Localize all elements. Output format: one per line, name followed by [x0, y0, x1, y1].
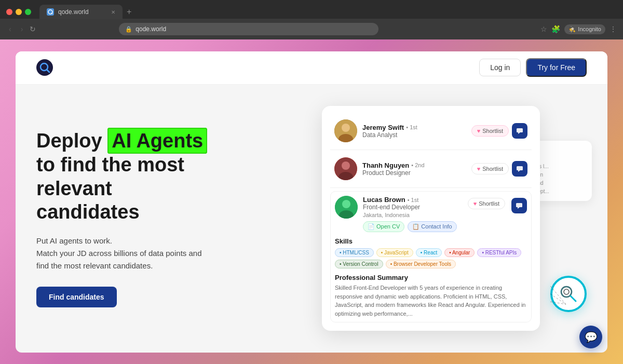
svg-line-23	[550, 286, 566, 304]
svg-marker-13	[518, 170, 520, 172]
browser-titlebar: qode.world ✕ +	[0, 0, 623, 19]
incognito-indicator: 🕵️ Incognito	[564, 24, 605, 34]
heart-icon-lucas: ♥	[473, 200, 477, 207]
tab-close-button[interactable]: ✕	[111, 9, 115, 15]
avatar-jeremy	[334, 119, 357, 142]
candidate-role-lucas: Front-end Developer	[363, 204, 468, 211]
skills-title: Skills	[335, 237, 527, 245]
hero-title-line3: candidates	[36, 201, 140, 223]
lucas-action-tags: 📄 Open CV 📋 Contact Info	[363, 221, 468, 232]
extensions-icon[interactable]: 🧩	[551, 25, 560, 33]
connection-lines	[550, 271, 597, 317]
hero-section: Deploy AI Agents to find the most releva…	[16, 85, 607, 353]
find-candidates-button[interactable]: Find candidates	[36, 287, 117, 307]
candidate-item-lucas: Lucas Brown • 1st Front-end Developer Ja…	[330, 191, 532, 322]
hero-description: Put AI agents to work. Match your JD acr…	[36, 235, 254, 272]
heart-icon-thanh: ♥	[477, 166, 481, 172]
svg-point-10	[342, 161, 350, 170]
hero-left: Deploy AI Agents to find the most releva…	[36, 129, 254, 307]
tab-title: qode.world	[58, 8, 89, 16]
hero-title-line2: to find the most relevant	[36, 154, 184, 199]
candidate-info-lucas: Lucas Brown • 1st Front-end Developer Ja…	[363, 196, 468, 232]
skill-version-control: • Version Control	[335, 260, 383, 268]
traffic-lights	[6, 9, 31, 15]
svg-marker-18	[518, 207, 520, 209]
svg-rect-7	[517, 128, 523, 132]
shortlist-button-jeremy[interactable]: ♥ Shortlist	[471, 125, 509, 137]
candidate-item-jeremy: Jeremy Swift • 1st Data Analyst ♥ Shortl…	[330, 114, 532, 147]
try-for-free-button[interactable]: Try for Free	[526, 58, 587, 77]
shortlist-button-thanh[interactable]: ♥ Shortlist	[471, 163, 509, 174]
maximize-window-button[interactable]	[25, 9, 31, 15]
skill-rest: • RESTful APIs	[477, 248, 521, 257]
browser-toolbar: ‹ › ↻ 🔒 qode.world ☆ 🧩 🕵️ Incognito ⋮	[0, 19, 623, 39]
open-cv-tag[interactable]: 📄 Open CV	[363, 221, 404, 232]
candidate-card: Jeremy Swift • 1st Data Analyst ♥ Shortl…	[322, 106, 540, 331]
candidate-info-jeremy: Jeremy Swift • 1st Data Analyst	[362, 124, 471, 139]
professional-summary-section: Professional Summary Skilled Front-End D…	[335, 274, 527, 318]
tab-favicon	[47, 8, 54, 16]
skill-browser-tools: • Browser Developer Tools	[386, 260, 456, 268]
refresh-button[interactable]: ↻	[30, 25, 36, 33]
hero-title: Deploy AI Agents to find the most releva…	[36, 129, 254, 224]
address-bar[interactable]: 🔒 qode.world	[119, 23, 378, 35]
hero-desc-line3: find the most relevant candidates.	[36, 261, 153, 270]
hero-desc-line2: Match your JD across billions of data po…	[36, 249, 202, 258]
skill-react: • React	[416, 248, 442, 257]
skill-angular: • Angular	[444, 248, 475, 257]
close-window-button[interactable]	[6, 9, 12, 15]
main-content: Log in Try for Free Deploy AI Agents to …	[0, 39, 623, 364]
contact-info-tag[interactable]: 📋 Contact Info	[408, 221, 456, 232]
message-button-lucas[interactable]	[511, 198, 527, 213]
website-container: Log in Try for Free Deploy AI Agents to …	[16, 51, 607, 353]
search-overlay	[550, 271, 597, 317]
incognito-label: Incognito	[578, 26, 601, 32]
candidate-degree-lucas: • 1st	[408, 197, 419, 203]
side-card-content: a ta ets l... e in and dept...	[535, 146, 587, 196]
menu-icon[interactable]: ⋮	[610, 25, 617, 33]
prof-summary-text: Skilled Front-End Developer with 5 years…	[335, 284, 527, 318]
forward-button[interactable]: ›	[18, 23, 26, 35]
hero-title-highlight: AI Agents	[107, 128, 207, 154]
logo-icon	[36, 59, 53, 76]
chat-bubble-button[interactable]: 💬	[579, 326, 602, 348]
divider-2	[330, 187, 532, 188]
svg-rect-17	[516, 203, 522, 207]
prof-summary-title: Professional Summary	[335, 274, 527, 281]
svg-marker-8	[518, 132, 520, 134]
lock-icon: 🔒	[125, 26, 132, 33]
hero-title-prefix: Deploy	[36, 130, 107, 152]
svg-rect-12	[517, 166, 523, 170]
avatar-lucas	[335, 196, 358, 219]
candidate-role-jeremy: Data Analyst	[362, 131, 471, 139]
minimize-window-button[interactable]	[16, 9, 22, 15]
skills-tags: • HTML/CSS • JavaScript • React • Angula…	[335, 248, 527, 268]
svg-point-15	[342, 200, 350, 208]
candidate-name-lucas: Lucas Brown • 1st	[363, 196, 468, 204]
login-button[interactable]: Log in	[479, 59, 521, 76]
incognito-icon: 🕵️	[568, 26, 576, 33]
candidate-location-lucas: Jakarta, Indonesia	[363, 212, 468, 218]
url-text: qode.world	[136, 25, 166, 33]
shortlist-button-lucas[interactable]: ♥ Shortlist	[468, 198, 505, 209]
new-tab-button[interactable]: +	[125, 5, 133, 19]
back-button[interactable]: ‹	[6, 23, 14, 35]
svg-point-5	[342, 124, 350, 132]
message-button-jeremy[interactable]	[512, 123, 527, 139]
browser-chrome: qode.world ✕ + ‹ › ↻ 🔒 qode.world ☆ 🧩 🕵️…	[0, 0, 623, 39]
candidate-degree-jeremy: • 1st	[406, 124, 417, 130]
chat-icon: 💬	[585, 331, 598, 343]
message-button-thanh[interactable]	[512, 161, 527, 177]
bookmark-icon[interactable]: ☆	[540, 25, 547, 33]
skill-html: • HTML/CSS	[335, 248, 374, 257]
toolbar-right: ☆ 🧩 🕵️ Incognito ⋮	[540, 24, 617, 34]
avatar-thanh	[334, 157, 357, 180]
lucas-header: Lucas Brown • 1st Front-end Developer Ja…	[335, 196, 527, 232]
svg-line-3	[47, 70, 49, 72]
candidate-name-jeremy: Jeremy Swift • 1st	[362, 124, 471, 131]
divider-1	[330, 150, 532, 150]
active-tab[interactable]: qode.world ✕	[39, 5, 123, 19]
candidate-degree-thanh: • 2nd	[411, 162, 424, 168]
candidate-item-thanh: Thanh Nguyen • 2nd Product Designer ♥ Sh…	[330, 152, 532, 185]
skill-javascript: • JavaScript	[376, 248, 413, 257]
